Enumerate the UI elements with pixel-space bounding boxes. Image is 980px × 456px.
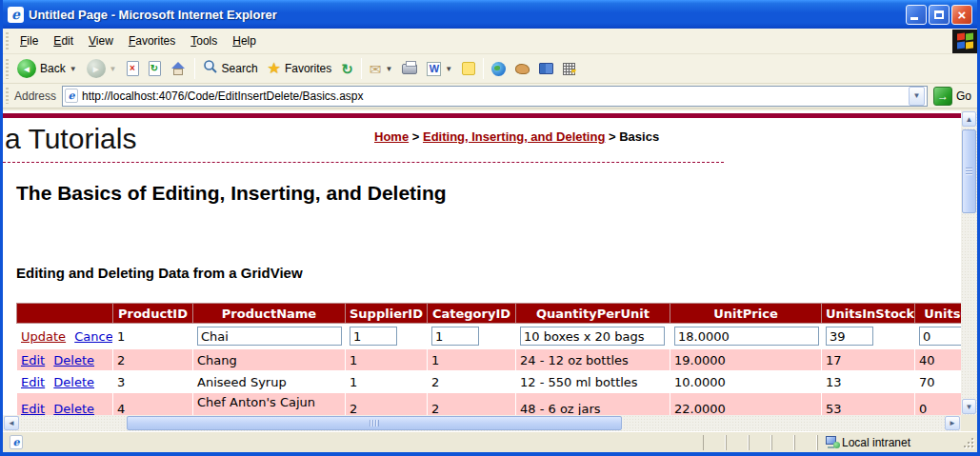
cancel-link[interactable]: Cancel	[74, 329, 112, 344]
breadcrumb-separator: >	[412, 129, 420, 144]
go-button[interactable]: → Go	[933, 87, 971, 106]
quantity-per-unit-field[interactable]	[520, 327, 665, 346]
print-button[interactable]	[397, 56, 422, 81]
header-quantity-per-unit: QuantityPerUnit	[516, 304, 670, 324]
favorites-label: Favorites	[285, 62, 331, 75]
vertical-scroll-thumb[interactable]	[962, 129, 976, 213]
windows-logo-throbber	[952, 30, 977, 53]
minimize-icon	[910, 17, 918, 20]
cell-product-id: 2	[113, 349, 193, 371]
horizontal-scroll-thumb[interactable]	[127, 416, 622, 430]
status-bar: e Local intranet	[3, 431, 977, 452]
update-link[interactable]: Update	[21, 329, 66, 344]
cell-units-in-stock: 53	[822, 393, 915, 416]
header-supplier-id: SupplierID	[346, 304, 428, 324]
encarta-button[interactable]	[534, 56, 558, 81]
address-dropdown-button[interactable]: ▼	[909, 87, 925, 106]
address-input[interactable]: e http://localhost:4076/Code/EditInsertD…	[62, 86, 928, 107]
security-zone-label: Local intranet	[842, 436, 910, 449]
unit-price-field[interactable]	[674, 327, 819, 346]
header-commands	[17, 304, 113, 324]
cell-category-id: 2	[428, 371, 516, 393]
menu-view[interactable]: View	[81, 30, 121, 51]
back-icon: ◄	[17, 59, 36, 78]
cell-unit-price: 10.0000	[670, 371, 822, 393]
menu-bar: File Edit View Favorites Tools Help	[3, 29, 977, 54]
back-dropdown-icon[interactable]: ▼	[70, 65, 77, 73]
history-icon: ↻	[341, 62, 353, 76]
units-on-order-field[interactable]	[919, 327, 961, 346]
word-dropdown-icon[interactable]: ▼	[445, 65, 452, 73]
mail-button[interactable]: ✉ ▼	[365, 56, 398, 81]
messenger-bird-button[interactable]	[510, 56, 534, 81]
edit-link[interactable]: Edit	[21, 375, 45, 389]
forward-button[interactable]: ► ▼	[82, 56, 122, 81]
menu-edit[interactable]: Edit	[46, 30, 81, 51]
header-units-on-order: UnitsOnOrder	[915, 304, 962, 324]
cell-unit-price: 19.0000	[670, 349, 822, 371]
delete-link[interactable]: Delete	[53, 375, 94, 389]
go-arrow-icon: →	[933, 87, 952, 106]
vertical-scrollbar[interactable]: ▲ ▼	[961, 110, 977, 415]
address-url[interactable]: http://localhost:4076/Code/EditInsertDel…	[82, 89, 909, 103]
refresh-button[interactable]: ↻	[144, 56, 166, 81]
back-label: Back	[40, 62, 66, 75]
favorites-button[interactable]: ★ Favorites	[263, 56, 337, 81]
minimize-button[interactable]	[906, 5, 927, 25]
menu-file[interactable]: File	[12, 30, 46, 51]
discuss-button[interactable]	[457, 56, 480, 81]
edit-link[interactable]: Edit	[21, 402, 45, 415]
local-intranet-icon	[824, 436, 838, 448]
go-label: Go	[956, 89, 971, 103]
stop-button[interactable]: ×	[122, 56, 144, 81]
search-button[interactable]: Search	[198, 56, 263, 81]
cell-product-name: Chef Anton's Cajun	[193, 393, 346, 416]
cell-product-name: Aniseed Syrup	[193, 371, 346, 393]
header-product-id: ProductID	[113, 304, 193, 324]
close-button[interactable]: ×	[951, 5, 972, 25]
maximize-button[interactable]	[929, 5, 950, 25]
status-pane	[771, 435, 794, 450]
toolbar-grip[interactable]	[6, 59, 9, 79]
edit-link[interactable]: Edit	[21, 353, 45, 367]
delete-link[interactable]: Delete	[53, 353, 94, 367]
home-button[interactable]	[166, 56, 191, 81]
favorites-star-icon: ★	[268, 61, 281, 76]
addressbar-grip[interactable]	[6, 88, 9, 105]
supplier-id-field[interactable]	[350, 327, 397, 346]
window-title: Untitled Page - Microsoft Internet Explo…	[29, 8, 906, 22]
mail-dropdown-icon[interactable]: ▼	[385, 65, 392, 73]
cell-unit-price: 22.0000	[670, 393, 822, 416]
scroll-up-button[interactable]: ▲	[962, 111, 976, 127]
units-in-stock-field[interactable]	[826, 327, 873, 346]
scroll-thumb-grip	[370, 420, 379, 426]
breadcrumb-home-link[interactable]: Home	[374, 129, 409, 144]
back-button[interactable]: ◄ Back ▼	[12, 56, 82, 81]
cell-quantity-per-unit: 12 - 550 ml bottles	[516, 371, 670, 393]
cell-quantity-per-unit: 24 - 12 oz bottles	[516, 349, 670, 371]
mail-icon: ✉	[370, 62, 382, 76]
history-button[interactable]: ↻	[336, 56, 358, 81]
category-id-field[interactable]	[431, 327, 479, 346]
messenger-button[interactable]	[558, 56, 580, 81]
products-gridview: ProductID ProductName SupplierID Categor…	[16, 303, 961, 415]
product-name-field[interactable]	[197, 327, 342, 346]
horizontal-scrollbar[interactable]: ◄ ►	[3, 415, 961, 431]
research-button[interactable]	[487, 56, 510, 81]
header-units-in-stock: UnitsInStock	[822, 304, 915, 324]
status-pane	[703, 435, 726, 450]
delete-link[interactable]: Delete	[53, 402, 94, 415]
breadcrumb: Home > Editing, Inserting, and Deleting …	[374, 129, 659, 144]
scroll-right-button[interactable]: ►	[945, 416, 960, 430]
resize-grip[interactable]	[962, 436, 974, 448]
breadcrumb-section-link[interactable]: Editing, Inserting, and Deleting	[423, 129, 605, 144]
ie-window: e Untitled Page - Microsoft Internet Exp…	[0, 0, 980, 456]
scroll-left-button[interactable]: ◄	[4, 416, 19, 430]
menu-tools[interactable]: Tools	[183, 30, 225, 51]
menu-help[interactable]: Help	[225, 30, 264, 51]
menubar-grip[interactable]	[6, 32, 9, 50]
scroll-down-button[interactable]: ▼	[962, 399, 976, 414]
edit-with-word-button[interactable]: W ▼	[422, 56, 457, 81]
bird-icon	[515, 64, 530, 74]
menu-favorites[interactable]: Favorites	[121, 30, 183, 51]
